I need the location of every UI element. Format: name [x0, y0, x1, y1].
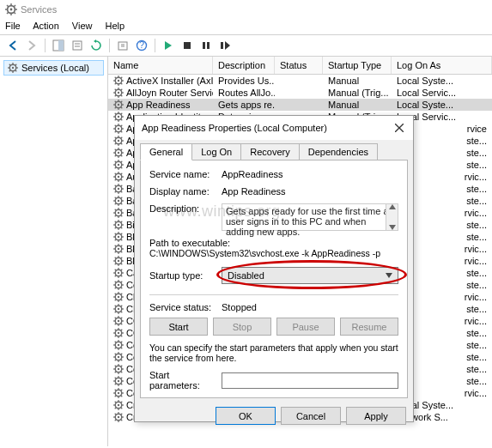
col-description[interactable]: Description — [213, 57, 275, 74]
tab-panel-general: Service name: AppReadiness Display name:… — [140, 160, 408, 398]
description-label: Description: — [149, 203, 222, 214]
gear-icon — [113, 256, 124, 266]
service-name: AllJoyn Router Service — [126, 88, 213, 98]
tabs: General Log On Recovery Dependencies — [140, 143, 408, 160]
gear-icon — [113, 220, 124, 230]
svg-text:?: ? — [139, 39, 144, 50]
menu-help[interactable]: Help — [106, 21, 125, 31]
path-value: C:\WINDOWS\System32\svchost.exe -k AppRe… — [149, 248, 398, 258]
services-icon — [5, 3, 17, 15]
gear-icon — [113, 196, 124, 206]
menu-view[interactable]: View — [72, 21, 93, 31]
service-status-label: Service status: — [149, 302, 222, 312]
table-row[interactable]: AllJoyn Router ServiceRoutes AllJo...Man… — [108, 87, 492, 99]
menu-action[interactable]: Action — [33, 21, 59, 31]
dialog-title: App Readiness Properties (Local Computer… — [142, 123, 327, 133]
start-params-note: You can specify the start parameters tha… — [149, 342, 398, 363]
gear-icon — [113, 304, 124, 314]
forward-icon — [24, 38, 39, 53]
gear-icon — [113, 280, 124, 290]
startup-type-label: Startup type: — [149, 270, 222, 281]
gear-icon — [113, 124, 124, 134]
gear-icon — [113, 244, 124, 254]
scroll-down-icon[interactable] — [389, 225, 396, 230]
description-box: Gets apps ready for use the first time a… — [222, 203, 398, 231]
status-cell — [275, 88, 323, 98]
window-title: Services — [21, 4, 57, 15]
resume-button: Resume — [340, 318, 398, 336]
ok-button[interactable]: OK — [216, 407, 276, 425]
close-icon[interactable] — [392, 121, 406, 135]
gear-icon — [113, 412, 124, 422]
pause-service-icon[interactable] — [198, 38, 214, 53]
gear-icon — [113, 88, 124, 98]
gear-icon — [113, 268, 124, 278]
properties-dialog: App Readiness Properties (Local Computer… — [134, 115, 414, 422]
start-service-icon[interactable] — [161, 38, 176, 53]
path-label: Path to executable: — [149, 238, 398, 248]
col-startup-type[interactable]: Startup Type — [323, 57, 392, 74]
stop-button: Stop — [213, 318, 271, 336]
gear-icon — [113, 376, 124, 386]
desc-cell: Provides Us... — [213, 76, 275, 86]
logon-cell: Local Syste... — [392, 100, 492, 110]
cancel-button[interactable]: Cancel — [281, 407, 341, 425]
start-params-input[interactable] — [222, 372, 398, 389]
show-hide-icon[interactable] — [51, 38, 66, 53]
back-icon[interactable] — [5, 38, 21, 53]
gear-icon — [113, 292, 124, 302]
tree-pane: Services (Local) — [0, 57, 108, 446]
table-row[interactable]: ActiveX Installer (AxInstSV)Provides Us.… — [108, 75, 492, 87]
col-status[interactable]: Status — [275, 57, 323, 74]
gear-icon — [113, 172, 124, 182]
dialog-titlebar: App Readiness Properties (Local Computer… — [135, 116, 413, 140]
svg-rect-11 — [58, 40, 64, 51]
menu-file[interactable]: File — [5, 21, 21, 31]
toolbar: ? — [0, 34, 492, 57]
col-name[interactable]: Name — [108, 57, 213, 74]
gear-icon — [113, 316, 124, 326]
tab-dependencies[interactable]: Dependencies — [299, 143, 378, 160]
gear-icon — [113, 340, 124, 350]
window-titlebar: Services — [0, 0, 492, 19]
service-name-value: AppReadiness — [222, 169, 398, 179]
help-icon[interactable]: ? — [134, 38, 149, 53]
tab-general[interactable]: General — [140, 143, 192, 160]
table-row[interactable]: App ReadinessGets apps re...ManualLocal … — [108, 99, 492, 111]
service-name: ActiveX Installer (AxInstSV) — [126, 76, 213, 86]
startup-cell: Manual (Trig... — [323, 88, 392, 98]
stop-service-icon[interactable] — [179, 38, 195, 53]
gear-icon — [113, 388, 124, 398]
description-text: Gets apps ready for use the first time a… — [226, 206, 389, 237]
gear-icon — [113, 112, 124, 122]
svg-rect-20 — [207, 42, 210, 49]
chevron-down-icon — [386, 273, 392, 278]
startup-cell: Manual — [323, 76, 392, 86]
display-name-value: App Readiness — [222, 186, 398, 197]
gear-icon — [113, 364, 124, 374]
apply-button[interactable]: Apply — [346, 407, 406, 425]
tree-item-label: Services (Local) — [21, 63, 89, 73]
gear-icon — [113, 328, 124, 338]
properties-icon[interactable] — [70, 38, 85, 53]
svg-rect-18 — [184, 42, 191, 49]
description-scrollbar[interactable] — [386, 204, 398, 230]
scroll-up-icon[interactable] — [389, 204, 396, 209]
tab-recovery[interactable]: Recovery — [240, 143, 299, 160]
tree-item-services-local[interactable]: Services (Local) — [3, 60, 104, 76]
desc-cell: Routes AllJo... — [213, 88, 275, 98]
startup-cell: Manual — [323, 100, 392, 110]
gear-icon — [113, 352, 124, 362]
gear-icon — [113, 160, 124, 170]
col-log-on-as[interactable]: Log On As — [392, 57, 492, 74]
startup-type-dropdown[interactable]: Disabled — [222, 267, 398, 284]
tab-logon[interactable]: Log On — [191, 143, 241, 160]
restart-service-icon[interactable] — [217, 38, 233, 53]
gear-icon — [113, 184, 124, 194]
gear-icon — [113, 76, 124, 86]
export-icon[interactable] — [115, 38, 131, 53]
pause-button: Pause — [276, 318, 335, 336]
start-button[interactable]: Start — [149, 318, 208, 336]
menubar: File Action View Help — [0, 19, 492, 34]
refresh-icon[interactable] — [88, 38, 104, 53]
